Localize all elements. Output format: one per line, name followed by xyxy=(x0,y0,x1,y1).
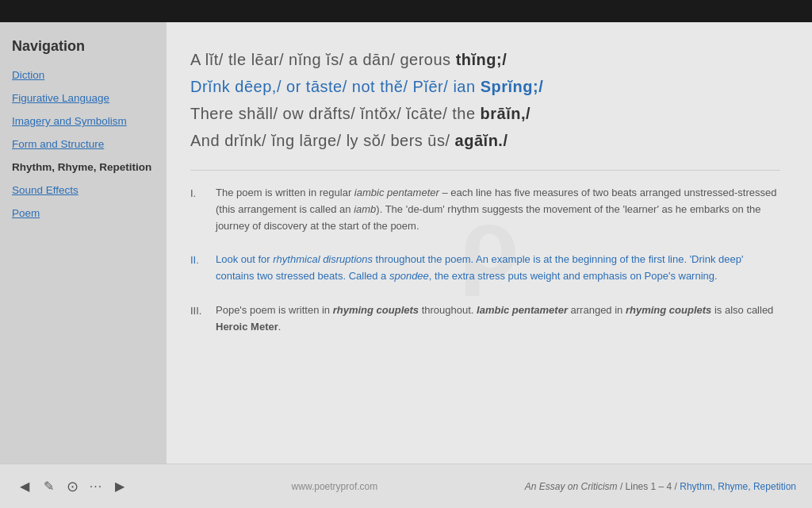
poem-line-2: Drĭnk dēep,/ or tāste/ not thĕ/ Pĭēr/ ia… xyxy=(190,73,780,100)
sidebar-item-sound-effects[interactable]: Sound Effects xyxy=(12,184,155,196)
note-3-number: III. xyxy=(190,302,216,336)
edit-icon[interactable]: ✎ xyxy=(40,478,57,495)
sidebar-item-poem[interactable]: Poem xyxy=(12,207,155,219)
note-2-number: II. xyxy=(190,252,216,285)
bottom-bar: ◀ ✎ ⊙ ··· ▶ www.poetryprof.com An Essay … xyxy=(0,464,812,508)
note-1-number: I. xyxy=(190,185,216,234)
poem-line-3-stress: brāĭn,/ xyxy=(481,105,531,122)
poem-line-2-text: Drĭnk dēep,/ or tāste/ not thĕ/ Pĭēr/ ia… xyxy=(190,78,481,95)
note-1-text: The poem is written in regular iambic pe… xyxy=(216,185,780,234)
poem-line-4-stress: agāĭn./ xyxy=(455,132,508,149)
forward-button[interactable]: ▶ xyxy=(111,478,128,495)
sidebar-item-figurative-language[interactable]: Figurative Language xyxy=(12,92,155,104)
breadcrumb-sep: / Lines 1 – 4 / xyxy=(618,481,680,492)
breadcrumb: An Essay on Criticism / Lines 1 – 4 / Rh… xyxy=(525,481,796,492)
top-bar xyxy=(0,0,812,22)
poem-line-3-text: There shăll/ ow drăfts/ ĭntŏx/ ĭcāte/ th… xyxy=(190,105,481,122)
note-2-text: Look out for rhythmical disruptions thro… xyxy=(216,252,780,285)
notes-section: I. The poem is written in regular iambic… xyxy=(190,185,780,336)
divider xyxy=(190,170,780,171)
sidebar-title: Navigation xyxy=(12,38,155,55)
note-item-1: I. The poem is written in regular iambic… xyxy=(190,185,780,234)
poem-line-3: There shăll/ ow drăfts/ ĭntŏx/ ĭcāte/ th… xyxy=(190,100,780,127)
sidebar-item-form-structure[interactable]: Form and Structure xyxy=(12,138,155,150)
sidebar: Navigation Diction Figurative Language I… xyxy=(0,22,167,464)
back-button[interactable]: ◀ xyxy=(16,478,33,495)
poem-line-4-text: And drĭnk/ ĭng lārge/ ly sŏ/ bers ūs/ xyxy=(190,132,455,149)
main-area: Navigation Diction Figurative Language I… xyxy=(0,22,812,464)
content-inner: A lĭt/ tle lēar/ nĭng ĭs/ a dān/ gerous … xyxy=(190,46,780,336)
bottom-left: ◀ ✎ ⊙ ··· ▶ xyxy=(16,478,128,495)
poem-line-1: A lĭt/ tle lēar/ nĭng ĭs/ a dān/ gerous … xyxy=(190,46,780,73)
content-area: ρ A lĭt/ tle lēar/ nĭng ĭs/ a dān/ gerou… xyxy=(167,22,812,464)
circle-icon[interactable]: ⊙ xyxy=(63,478,81,495)
sidebar-item-diction[interactable]: Diction xyxy=(12,69,155,81)
poem-line-1-stress: thĭng;/ xyxy=(456,51,508,68)
poem-line-1-text: A lĭt/ tle lēar/ nĭng ĭs/ a dān/ gerous xyxy=(190,51,456,68)
dots-icon[interactable]: ··· xyxy=(87,478,105,495)
sidebar-item-rhythm-rhyme: Rhythm, Rhyme, Repetition xyxy=(12,161,155,173)
sidebar-item-imagery-symbolism[interactable]: Imagery and Symbolism xyxy=(12,115,155,127)
breadcrumb-section: Rhythm, Rhyme, Repetition xyxy=(680,481,796,492)
breadcrumb-title: An Essay on Criticism xyxy=(525,481,618,492)
note-3-text: Pope's poem is written in rhyming couple… xyxy=(216,302,780,336)
website-label: www.poetryprof.com xyxy=(144,481,525,492)
note-item-2: II. Look out for rhythmical disruptions … xyxy=(190,252,780,285)
poem-line-4: And drĭnk/ ĭng lārge/ ly sŏ/ bers ūs/ ag… xyxy=(190,127,780,154)
poem-section: A lĭt/ tle lēar/ nĭng ĭs/ a dān/ gerous … xyxy=(190,46,780,154)
note-item-3: III. Pope's poem is written in rhyming c… xyxy=(190,302,780,336)
poem-line-2-stress: Sprĭng;/ xyxy=(481,78,544,95)
